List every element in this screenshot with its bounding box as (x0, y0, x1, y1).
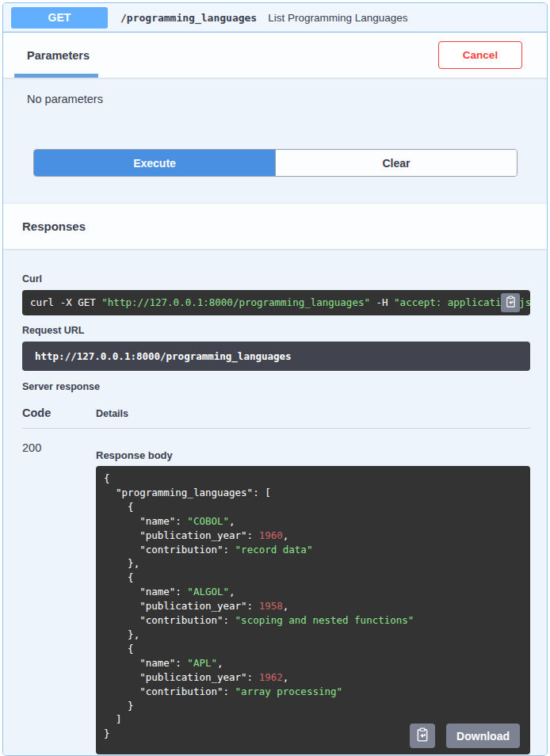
table-divider (22, 428, 530, 429)
curl-label: Curl (22, 273, 530, 284)
clipboard-copy-icon (505, 296, 517, 310)
server-response-row: 200 Response body { "programming_languag… (22, 441, 530, 754)
code-column-header: Code (22, 407, 96, 419)
operation-summary-row[interactable]: GET /programming_languages List Programm… (3, 3, 547, 32)
responses-title: Responses (22, 220, 86, 233)
responses-body: Curl curl -X GET "http://127.0.0.1:8000/… (3, 249, 547, 755)
server-response-table-header: Code Details (22, 407, 530, 419)
response-body-code: { "programming_languages": [ { "name": "… (96, 466, 530, 746)
http-method-badge: GET (11, 7, 108, 29)
response-details: Response body { "programming_languages":… (96, 441, 530, 754)
curl-copy-button[interactable] (501, 293, 520, 312)
response-body-controls: Download (410, 724, 520, 748)
response-copy-button[interactable] (410, 724, 435, 748)
active-tab-underline (14, 74, 98, 78)
clear-button[interactable]: Clear (275, 150, 517, 176)
curl-command: curl -X GET "http://127.0.0.1:8000/progr… (30, 296, 530, 308)
request-url-block: http://127.0.0.1:8000/programming_langua… (22, 342, 530, 371)
curl-command-block: curl -X GET "http://127.0.0.1:8000/progr… (22, 290, 530, 315)
no-parameters-text: No parameters (27, 93, 103, 105)
clipboard-copy-icon (415, 727, 430, 744)
operation-block-get: GET /programming_languages List Programm… (2, 2, 548, 756)
parameters-body: No parameters Execute Clear (3, 78, 547, 203)
endpoint-summary: List Programming Languages (268, 12, 407, 24)
request-url-value: http://127.0.0.1:8000/programming_langua… (35, 350, 292, 362)
download-button[interactable]: Download (446, 724, 520, 748)
cancel-button[interactable]: Cancel (438, 41, 522, 69)
response-body-label: Response body (96, 449, 530, 461)
execute-button[interactable]: Execute (34, 150, 275, 176)
execute-button-group: Execute Clear (33, 149, 518, 177)
response-body-block: { "programming_languages": [ { "name": "… (96, 466, 530, 754)
status-code: 200 (22, 441, 96, 754)
details-column-header: Details (96, 408, 128, 419)
server-response-label: Server response (22, 381, 530, 392)
parameters-title: Parameters (27, 49, 90, 62)
endpoint-path: /programming_languages (120, 12, 257, 24)
parameters-header: Parameters Cancel (3, 32, 547, 78)
request-url-label: Request URL (22, 325, 530, 336)
responses-header: Responses (3, 203, 547, 249)
